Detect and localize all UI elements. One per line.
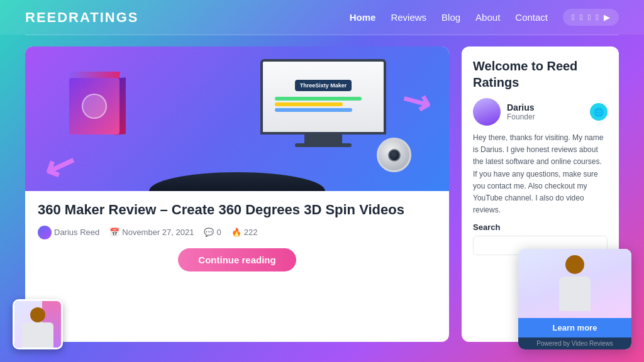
arrow-left: ↙ (38, 143, 81, 189)
sidebar-author-name: Darius (507, 102, 584, 112)
twitter-icon[interactable]:  (580, 13, 583, 22)
learn-more-button[interactable]: Learn more (518, 318, 631, 337)
screen-bar-3 (275, 108, 352, 112)
box-circle (82, 94, 107, 119)
author-link-icon[interactable]: 🌐 (590, 103, 608, 121)
camera-360 (377, 138, 411, 172)
pinterest-icon[interactable]:  (588, 13, 591, 22)
author-row: Darius Founder 🌐 (473, 98, 608, 126)
social-icons-bar:     ▶ (563, 9, 619, 26)
product-box (63, 72, 126, 141)
author-meta: Darius Reed (38, 226, 99, 239)
avatar-inner (473, 98, 501, 126)
video-reviews-widget: Learn more Powered by Video Reviews (518, 249, 631, 349)
monitor-screen-inner: ThreeSixty Maker (263, 62, 384, 132)
screen-bars (275, 95, 372, 114)
nav-about[interactable]: About (475, 12, 500, 23)
views-icon: 🔥 (231, 228, 242, 237)
video-thumbnail (518, 249, 631, 318)
person-silhouette (553, 255, 597, 312)
youtube-icon[interactable]: ▶ (604, 13, 610, 22)
person-body (559, 277, 591, 311)
article-title: 360 Maker Review – Create 360 Degrees 3D… (38, 201, 436, 219)
arrow-right: ↙ (394, 79, 436, 124)
views-meta: 🔥 222 (231, 228, 258, 237)
views-count: 222 (244, 228, 258, 237)
thumb-person-body (22, 322, 53, 348)
nav-contact[interactable]: Contact (515, 12, 548, 23)
comments-meta: 💬 0 (204, 228, 221, 237)
author-info: Darius Founder (507, 102, 584, 121)
sidebar-description: Hey there, thanks for visiting. My name … (473, 132, 608, 216)
monitor-base (295, 143, 352, 147)
sidebar-author-role: Founder (507, 112, 584, 121)
article-image: ThreeSixty Maker ↙ ↙ (25, 47, 449, 191)
main-nav: Home Reviews Blog About Contact     … (350, 9, 619, 26)
author-avatar (473, 98, 501, 126)
calendar-icon: 📅 (109, 228, 119, 237)
box-front (69, 78, 119, 134)
tumblr-icon[interactable]:  (596, 13, 599, 22)
floating-thumb-bg (14, 301, 61, 348)
software-badge: ThreeSixty Maker (295, 80, 352, 91)
article-meta: Darius Reed 📅 November 27, 2021 💬 0 🔥 22… (38, 226, 436, 239)
monitor: ThreeSixty Maker (260, 59, 386, 147)
article-body: 360 Maker Review – Create 360 Degrees 3D… (25, 191, 449, 342)
continue-reading-button[interactable]: Continue reading (178, 248, 296, 272)
camera-lens (388, 149, 401, 162)
date-meta: 📅 November 27, 2021 (109, 228, 194, 237)
facebook-icon[interactable]:  (572, 13, 575, 22)
comments-count: 0 (216, 228, 221, 237)
floating-thumbnail[interactable] (13, 299, 63, 349)
nav-home[interactable]: Home (350, 12, 376, 23)
monitor-screen: ThreeSixty Maker (260, 59, 386, 134)
powered-by-label: Powered by Video Reviews (518, 337, 631, 349)
nav-blog[interactable]: Blog (441, 12, 460, 23)
person-head (565, 255, 584, 274)
screen-bar-2 (275, 102, 343, 106)
author-avatar-small (38, 226, 52, 239)
welcome-title: Welcome to Reed Ratings (473, 58, 608, 90)
nav-reviews[interactable]: Reviews (391, 12, 426, 23)
article-card: ThreeSixty Maker ↙ ↙ (25, 47, 449, 342)
author-name-meta: Darius Reed (54, 228, 99, 237)
header: ReedRatings Home Reviews Blog About Cont… (0, 0, 644, 35)
thumb-person-head (30, 307, 45, 322)
search-label: Search (473, 222, 608, 232)
comment-icon: 💬 (204, 228, 214, 237)
stage-platform (149, 172, 325, 191)
site-logo[interactable]: ReedRatings (25, 9, 139, 26)
video-person (518, 249, 631, 318)
screen-bar-1 (275, 97, 362, 101)
article-date: November 27, 2021 (122, 228, 194, 237)
monitor-stand (304, 134, 342, 143)
